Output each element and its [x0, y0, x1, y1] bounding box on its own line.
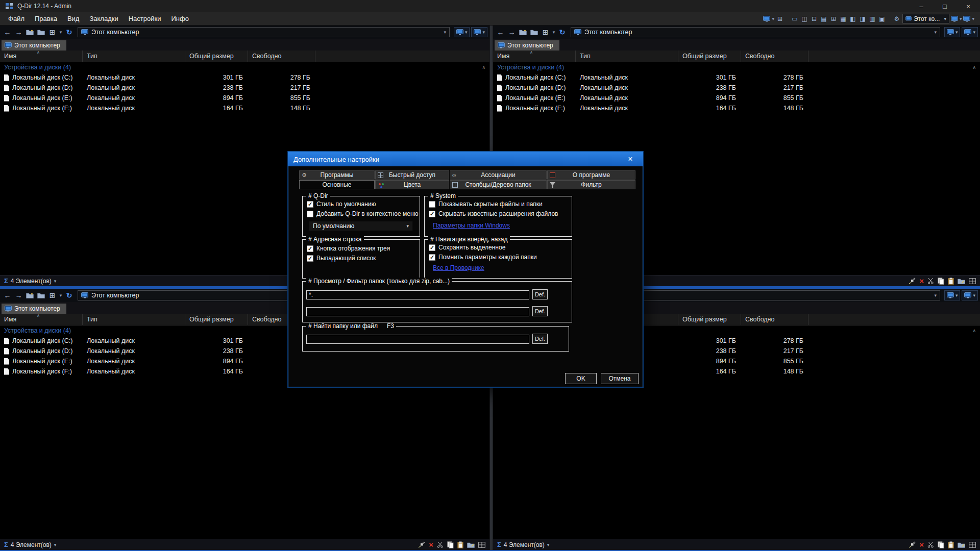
filter-default-button-1[interactable]: Def. — [532, 289, 548, 299]
grid-view-icon[interactable]: ⊞ — [776, 16, 784, 22]
explorer-link[interactable]: Все в Проводнике — [433, 264, 484, 271]
chevron-down-icon[interactable]: ▾ — [465, 30, 468, 35]
cut-icon[interactable] — [437, 541, 444, 548]
chevron-down-icon[interactable]: ▾ — [955, 293, 958, 298]
checkbox-unchecked-icon[interactable] — [307, 211, 313, 217]
cut-icon[interactable] — [927, 278, 934, 284]
menu-file[interactable]: Файл — [3, 13, 30, 24]
tools-icon[interactable] — [909, 541, 916, 548]
drive-row[interactable]: Локальный диск (E:) Локальный диск 894 Г… — [493, 93, 980, 103]
cut-icon[interactable] — [927, 541, 934, 548]
pane-view-button[interactable]: ▾ — [454, 27, 470, 37]
maximize-button[interactable]: □ — [933, 0, 957, 12]
pane-layout-button[interactable]: ▾ — [962, 27, 978, 37]
delete-icon[interactable]: × — [919, 277, 924, 285]
tab-this-computer[interactable]: Этот компьютер — [2, 304, 66, 314]
layout-two-vertical-icon[interactable]: ◫ — [800, 16, 808, 22]
view-mode-dropdown-icon[interactable]: ▾ — [58, 290, 63, 300]
tab-filter[interactable]: Фильтр — [547, 180, 635, 189]
drive-row[interactable]: Локальный диск (F:) Локальный диск 164 Г… — [0, 103, 489, 113]
layout-right-split-icon[interactable]: ◨ — [859, 16, 867, 22]
back-icon[interactable]: ← — [495, 27, 506, 37]
menu-edit[interactable]: Правка — [30, 13, 62, 24]
sum-icon[interactable]: Σ — [497, 541, 501, 548]
filter-input-1[interactable] — [306, 290, 529, 299]
layout-grid-icon[interactable] — [969, 278, 976, 284]
column-header-free[interactable]: Свободно — [248, 51, 315, 62]
column-header-type[interactable]: Тип — [576, 51, 678, 62]
desktop-two-icon[interactable] — [963, 16, 970, 22]
address-dropdown-icon[interactable]: ▾ — [444, 30, 446, 35]
folder-icon[interactable] — [36, 290, 46, 300]
view-mode-dropdown-icon[interactable]: ▾ — [58, 27, 63, 37]
find-input[interactable] — [306, 335, 529, 344]
favorites-folder-icon[interactable] — [24, 27, 35, 37]
checkbox-checked-icon[interactable]: ✓ — [307, 255, 313, 262]
checkbox-checked-icon[interactable]: ✓ — [429, 211, 435, 217]
checkbox-remember-folder-params[interactable]: ✓ Помнить параметры каждой папки — [429, 254, 537, 261]
column-header-name[interactable]: Имя∧ — [0, 51, 83, 62]
status-dropdown-icon[interactable]: ▾ — [54, 542, 57, 547]
status-dropdown-icon[interactable]: ▾ — [54, 279, 57, 284]
chevron-down-icon[interactable]: ▾ — [972, 16, 974, 21]
layout-left-split-icon[interactable]: ◧ — [849, 16, 857, 22]
menu-view[interactable]: Вид — [62, 13, 85, 24]
favorites-folder-icon[interactable] — [24, 290, 35, 300]
column-header-free[interactable]: Свободно — [741, 51, 808, 62]
checkbox-hide-extensions[interactable]: ✓ Скрывать известные расширения файлов — [429, 210, 558, 217]
sum-icon[interactable]: Σ — [4, 277, 8, 285]
folder-view-combo[interactable]: Этот ко... ▾ — [902, 14, 949, 23]
paste-icon[interactable] — [948, 278, 954, 285]
find-default-button[interactable]: Def. — [532, 334, 548, 344]
status-dropdown-icon[interactable]: ▾ — [547, 542, 550, 547]
copy-icon[interactable] — [938, 278, 944, 285]
desktop-one-icon[interactable] — [951, 16, 958, 22]
address-bar[interactable]: Этот компьютер ▾ — [571, 27, 940, 37]
layout-grid-icon[interactable]: ▦ — [839, 16, 847, 22]
folder-operations-icon[interactable] — [467, 542, 475, 548]
folder-operations-icon[interactable] — [958, 278, 965, 284]
cancel-button[interactable]: Отмена — [601, 373, 639, 384]
layout-quad-icon[interactable]: ⊞ — [829, 16, 838, 22]
menu-info[interactable]: Инфо — [166, 13, 193, 24]
checkbox-unchecked-icon[interactable] — [429, 201, 435, 208]
column-header-type[interactable]: Тип — [83, 51, 185, 62]
view-mode-icon[interactable]: ⊞ — [47, 290, 58, 300]
tab-colors[interactable]: Цвета — [375, 180, 449, 189]
checkbox-checked-icon[interactable]: ✓ — [429, 254, 435, 261]
tab-basic[interactable]: Основные — [299, 180, 375, 189]
delete-icon[interactable]: × — [919, 541, 924, 548]
folder-options-link[interactable]: Параметры папки Windows — [433, 222, 510, 229]
checkbox-dropdown-list[interactable]: ✓ Выпадающий список — [307, 255, 376, 262]
checkbox-show-hidden[interactable]: Показывать скрытые файлы и папки — [429, 201, 543, 208]
checkbox-default-style[interactable]: ✓ Стиль по умолчанию — [307, 201, 376, 208]
copy-icon[interactable] — [938, 541, 944, 548]
delete-icon[interactable]: × — [429, 541, 433, 548]
column-header-size[interactable]: Общий размер — [678, 51, 741, 62]
tab-quick-access[interactable]: Быстрый доступ — [375, 170, 449, 180]
collapse-group-icon[interactable]: ∧ — [972, 328, 976, 333]
checkbox-context-menu[interactable]: Добавить Q-Dir в контекстное меню — [307, 210, 419, 217]
column-header-type[interactable]: Тип — [83, 314, 185, 325]
address-bar[interactable]: Этот компьютер ▾ — [78, 27, 450, 37]
close-button[interactable]: × — [957, 0, 980, 12]
refresh-icon[interactable]: ↻ — [557, 27, 568, 37]
layout-grid-icon[interactable] — [969, 542, 976, 548]
group-header-devices[interactable]: Устройства и диски (4) ∧ — [493, 62, 980, 72]
forward-icon[interactable]: → — [506, 27, 517, 37]
pane-layout-button[interactable]: ▾ — [471, 27, 487, 37]
filter-default-button-2[interactable]: Def. — [532, 306, 548, 316]
tools-icon[interactable] — [909, 278, 916, 284]
chevron-down-icon[interactable]: ▾ — [955, 30, 958, 35]
paste-icon[interactable] — [457, 541, 463, 548]
tab-this-computer[interactable]: Этот компьютер — [495, 40, 559, 51]
settings-gear-icon[interactable]: ⚙ — [893, 16, 901, 22]
checkbox-checked-icon[interactable]: ✓ — [429, 244, 435, 251]
checkbox-keep-selection[interactable]: ✓ Сохранять выделенное — [429, 244, 505, 251]
back-icon[interactable]: ← — [2, 27, 13, 37]
drive-row[interactable]: Локальный диск (F:) Локальный диск 164 Г… — [493, 103, 980, 113]
layout-two-horizontal-icon[interactable]: ⊟ — [810, 16, 818, 22]
tab-about[interactable]: О программе — [547, 170, 635, 180]
refresh-icon[interactable]: ↻ — [64, 27, 75, 37]
column-header-size[interactable]: Общий размер — [678, 314, 741, 325]
